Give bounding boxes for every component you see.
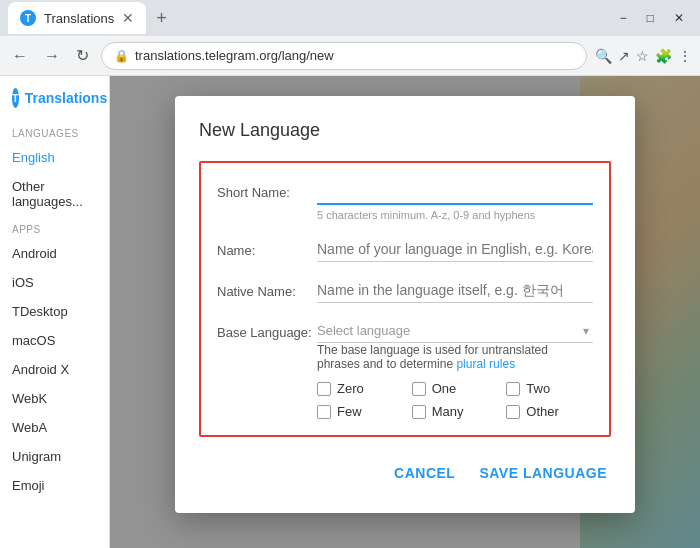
short-name-input[interactable] <box>317 179 593 205</box>
plural-item-other: Other <box>506 404 593 419</box>
url-text: translations.telegram.org/lang/new <box>135 48 334 63</box>
new-tab-button[interactable]: + <box>150 6 173 31</box>
share-icon[interactable]: ↗ <box>618 48 630 64</box>
back-button[interactable]: ← <box>8 43 32 69</box>
plural-label-two: Two <box>526 381 550 396</box>
page-wrapper: T Translations LANGUAGES English Other l… <box>0 76 700 548</box>
sidebar-item-android-x[interactable]: Android X <box>0 355 109 384</box>
minimize-button[interactable]: − <box>612 9 635 27</box>
search-icon[interactable]: 🔍 <box>595 48 612 64</box>
plural-item-zero: Zero <box>317 381 404 396</box>
modal-overlay: New Language Short Name: 5 characters mi… <box>110 76 700 548</box>
bookmark-icon[interactable]: ☆ <box>636 48 649 64</box>
short-name-hint: 5 characters minimum. A-z, 0-9 and hyphe… <box>317 209 593 221</box>
sidebar-logo-text: Translations <box>25 90 107 106</box>
tab-favicon: T <box>20 10 36 26</box>
plural-label-many: Many <box>432 404 464 419</box>
plural-checkbox-zero[interactable] <box>317 382 331 396</box>
base-language-label: Base Language: <box>217 319 317 340</box>
sidebar: T Translations LANGUAGES English Other l… <box>0 76 110 548</box>
short-name-row: Short Name: 5 characters minimum. A-z, 0… <box>217 179 593 221</box>
name-field <box>317 237 593 262</box>
native-name-row: Native Name: <box>217 278 593 303</box>
plural-checkbox-few[interactable] <box>317 405 331 419</box>
sidebar-item-unigram[interactable]: Unigram <box>0 442 109 471</box>
lock-icon: 🔒 <box>114 49 129 63</box>
sidebar-item-tdesktop[interactable]: TDesktop <box>0 297 109 326</box>
modal-title: New Language <box>199 120 611 141</box>
plural-label-few: Few <box>337 404 362 419</box>
sidebar-item-emoji[interactable]: Emoji <box>0 471 109 500</box>
plural-label-zero: Zero <box>337 381 364 396</box>
forward-button[interactable]: → <box>40 43 64 69</box>
base-language-field: Select language ▾ The base language is u… <box>317 319 593 419</box>
base-language-select[interactable]: Select language <box>317 319 593 343</box>
plural-checkbox-many[interactable] <box>412 405 426 419</box>
url-bar[interactable]: 🔒 translations.telegram.org/lang/new <box>101 42 587 70</box>
menu-icon[interactable]: ⋮ <box>678 48 692 64</box>
short-name-label: Short Name: <box>217 179 317 200</box>
plural-item-few: Few <box>317 404 404 419</box>
plural-checkbox-two[interactable] <box>506 382 520 396</box>
save-language-button[interactable]: SAVE LANGUAGE <box>475 457 611 489</box>
name-label: Name: <box>217 237 317 258</box>
address-bar-icons: 🔍 ↗ ☆ 🧩 ⋮ <box>595 48 692 64</box>
native-name-input[interactable] <box>317 278 593 303</box>
sidebar-item-webk[interactable]: WebK <box>0 384 109 413</box>
name-row: Name: <box>217 237 593 262</box>
sidebar-logo[interactable]: T Translations <box>0 88 109 120</box>
plural-label-one: One <box>432 381 457 396</box>
native-name-label: Native Name: <box>217 278 317 299</box>
plural-rules-link[interactable]: plural rules <box>456 357 515 371</box>
sidebar-item-other-languages[interactable]: Other languages... <box>0 172 109 216</box>
main-content: New Language Short Name: 5 characters mi… <box>110 76 700 548</box>
tab-close-button[interactable]: ✕ <box>122 11 134 25</box>
plural-checkbox-one[interactable] <box>412 382 426 396</box>
cancel-button[interactable]: CANCEL <box>390 457 459 489</box>
sidebar-item-ios[interactable]: iOS <box>0 268 109 297</box>
close-button[interactable]: ✕ <box>666 9 692 27</box>
active-tab[interactable]: T Translations ✕ <box>8 2 146 34</box>
maximize-button[interactable]: □ <box>639 9 662 27</box>
modal-footer: CANCEL SAVE LANGUAGE <box>199 453 611 489</box>
sidebar-section-languages: LANGUAGES <box>0 120 109 143</box>
sidebar-item-weba[interactable]: WebA <box>0 413 109 442</box>
sidebar-item-macos[interactable]: macOS <box>0 326 109 355</box>
plural-item-many: Many <box>412 404 499 419</box>
sidebar-section-apps: APPS <box>0 216 109 239</box>
logo-icon: T <box>12 88 19 108</box>
tab-bar: T Translations ✕ + <box>8 2 608 34</box>
plural-hint-text: The base language is used for untranslat… <box>317 343 593 371</box>
plural-grid: Zero One Two <box>317 381 593 419</box>
address-bar: ← → ↻ 🔒 translations.telegram.org/lang/n… <box>0 36 700 76</box>
form-bordered-section: Short Name: 5 characters minimum. A-z, 0… <box>199 161 611 437</box>
window-controls: − □ ✕ <box>612 9 692 27</box>
new-language-modal: New Language Short Name: 5 characters mi… <box>175 96 635 513</box>
sidebar-item-android[interactable]: Android <box>0 239 109 268</box>
plural-item-one: One <box>412 381 499 396</box>
plural-item-two: Two <box>506 381 593 396</box>
sidebar-item-english[interactable]: English <box>0 143 109 172</box>
short-name-field: 5 characters minimum. A-z, 0-9 and hyphe… <box>317 179 593 221</box>
plural-checkbox-other[interactable] <box>506 405 520 419</box>
extensions-icon[interactable]: 🧩 <box>655 48 672 64</box>
tab-title: Translations <box>44 11 114 26</box>
base-language-row: Base Language: Select language ▾ The bas… <box>217 319 593 419</box>
name-input[interactable] <box>317 237 593 262</box>
native-name-field <box>317 278 593 303</box>
reload-button[interactable]: ↻ <box>72 42 93 69</box>
plural-label-other: Other <box>526 404 559 419</box>
browser-titlebar: T Translations ✕ + − □ ✕ <box>0 0 700 36</box>
base-language-select-wrapper: Select language ▾ <box>317 319 593 343</box>
